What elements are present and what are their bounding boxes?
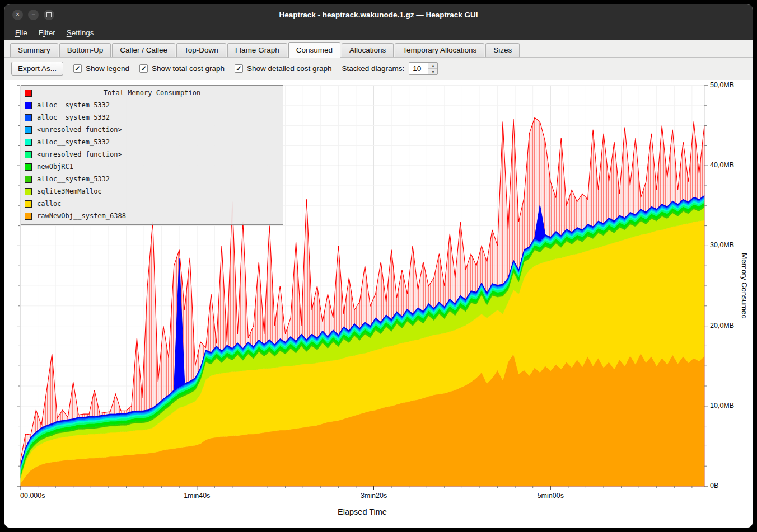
y-axis-tick-label: 0B <box>710 482 718 489</box>
spinbox-down-icon[interactable]: ▼ <box>428 69 437 74</box>
tab-consumed[interactable]: Consumed <box>288 42 340 58</box>
menu-item-settings[interactable]: Settings <box>62 26 99 39</box>
legend-item-label: alloc__system_5332 <box>37 114 110 121</box>
legend-color-swatch <box>25 90 32 97</box>
checkbox-label: Show detailed cost graph <box>247 64 332 73</box>
legend-item-label: alloc__system_5332 <box>37 138 110 146</box>
maximize-button[interactable] <box>44 10 54 20</box>
y-axis-tick-label: 10,0MB <box>710 402 734 409</box>
legend-item: calloc <box>21 197 283 210</box>
legend-item-label: calloc <box>37 200 61 208</box>
y-axis-tick-label: 30,0MB <box>710 241 734 249</box>
tab-bottom-up[interactable]: Bottom-Up <box>59 43 111 57</box>
legend-item-label: <unresolved function> <box>37 126 122 134</box>
legend-color-swatch <box>25 188 32 195</box>
legend-item: alloc__system_5332 <box>21 136 283 148</box>
tab-top-down[interactable]: Top-Down <box>176 43 226 57</box>
y-axis-tick-label: 50,0MB <box>710 81 734 89</box>
checkbox-label: Show legend <box>86 64 129 73</box>
tab-allocations[interactable]: Allocations <box>342 43 394 57</box>
menu-item-filter[interactable]: Filter <box>34 26 60 39</box>
x-axis-title: Elapsed Time <box>338 507 387 516</box>
menu-item-file[interactable]: File <box>10 26 32 39</box>
y-axis-title: Memory Consumed <box>740 253 749 319</box>
checkbox-show-legend[interactable]: ✓Show legend <box>73 64 129 73</box>
legend-item-label: alloc__system_5332 <box>37 175 110 183</box>
legend-item: alloc__system_5332 <box>21 99 283 111</box>
legend-title: Total Memory Consumption <box>104 89 200 97</box>
tab-caller-callee[interactable]: Caller / Callee <box>112 43 175 57</box>
checkbox-show-total-cost-graph[interactable]: ✓Show total cost graph <box>139 64 225 73</box>
tab-summary[interactable]: Summary <box>10 43 58 57</box>
checkbox-check-icon[interactable]: ✓ <box>73 64 82 73</box>
chart-legend: Total Memory Consumptionalloc__system_53… <box>21 85 283 225</box>
legend-item: newObjRC1 <box>21 161 283 173</box>
legend-title-row: Total Memory Consumption <box>21 87 283 99</box>
chart-area: Total Memory Consumptionalloc__system_53… <box>4 80 753 528</box>
checkbox-check-icon[interactable]: ✓ <box>235 64 243 73</box>
legend-item: <unresolved function> <box>21 124 283 136</box>
checkbox-check-icon[interactable]: ✓ <box>139 64 148 73</box>
legend-color-swatch <box>25 213 32 220</box>
window-title: Heaptrack - heaptrack.wakunode.1.gz — He… <box>4 11 753 19</box>
menubar: FileFilterSettings <box>4 25 753 40</box>
heaptrack-window: ×− Heaptrack - heaptrack.wakunode.1.gz —… <box>4 4 753 528</box>
legend-item: <unresolved function> <box>21 148 283 161</box>
tab-sizes[interactable]: Sizes <box>485 43 520 57</box>
spinbox-up-icon[interactable]: ▲ <box>428 63 437 69</box>
legend-color-swatch <box>25 139 32 146</box>
legend-item: rawNewObj__system_6388 <box>21 210 283 222</box>
stacked-diagrams-spinbox[interactable]: 10 ▲ ▼ <box>409 62 438 75</box>
legend-color-swatch <box>25 126 32 134</box>
legend-color-swatch <box>25 163 32 171</box>
maximize-icon <box>46 12 52 17</box>
legend-item-label: <unresolved function> <box>37 150 122 158</box>
legend-item: alloc__system_5332 <box>21 111 283 124</box>
legend-item-label: sqlite3MemMalloc <box>37 187 102 195</box>
titlebar[interactable]: ×− Heaptrack - heaptrack.wakunode.1.gz —… <box>4 4 753 25</box>
x-axis-tick-label: 5min00s <box>538 492 564 500</box>
legend-item: alloc__system_5332 <box>21 173 283 185</box>
close-button[interactable]: × <box>12 10 23 20</box>
checkbox-group: ✓Show legend✓Show total cost graph✓Show … <box>73 64 332 73</box>
y-axis-tick-label: 40,0MB <box>710 161 734 169</box>
legend-color-swatch <box>25 114 32 121</box>
legend-color-swatch <box>25 151 32 158</box>
checkbox-show-detailed-cost-graph[interactable]: ✓Show detailed cost graph <box>235 64 332 73</box>
x-axis-tick-label: 3min20s <box>361 492 387 500</box>
stacked-diagrams-group: Stacked diagrams: 10 ▲ ▼ <box>342 62 438 75</box>
stacked-diagrams-label: Stacked diagrams: <box>342 64 405 73</box>
checkbox-label: Show total cost graph <box>152 64 225 73</box>
stacked-diagrams-value: 10 <box>409 63 428 74</box>
y-axis-tick-label: 20,0MB <box>710 322 734 329</box>
x-axis-tick-label: 00.000s <box>20 492 45 500</box>
toolbar: Export As... ✓Show legend✓Show total cos… <box>4 58 753 80</box>
legend-item: sqlite3MemMalloc <box>21 185 283 197</box>
export-as-button[interactable]: Export As... <box>11 62 63 76</box>
legend-item-label: alloc__system_5332 <box>37 101 110 109</box>
legend-color-swatch <box>25 102 32 109</box>
tab-flame-graph[interactable]: Flame Graph <box>227 43 287 57</box>
x-axis-tick-label: 1min40s <box>184 492 210 500</box>
window-controls: ×− <box>12 4 54 25</box>
legend-color-swatch <box>25 176 32 183</box>
legend-color-swatch <box>25 200 32 208</box>
tab-temporary-allocations[interactable]: Temporary Allocations <box>395 43 484 57</box>
legend-item-label: newObjRC1 <box>37 163 73 171</box>
minimize-button[interactable]: − <box>28 10 39 20</box>
tab-bar: SummaryBottom-UpCaller / CalleeTop-DownF… <box>4 40 753 58</box>
legend-item-label: rawNewObj__system_6388 <box>37 212 126 220</box>
